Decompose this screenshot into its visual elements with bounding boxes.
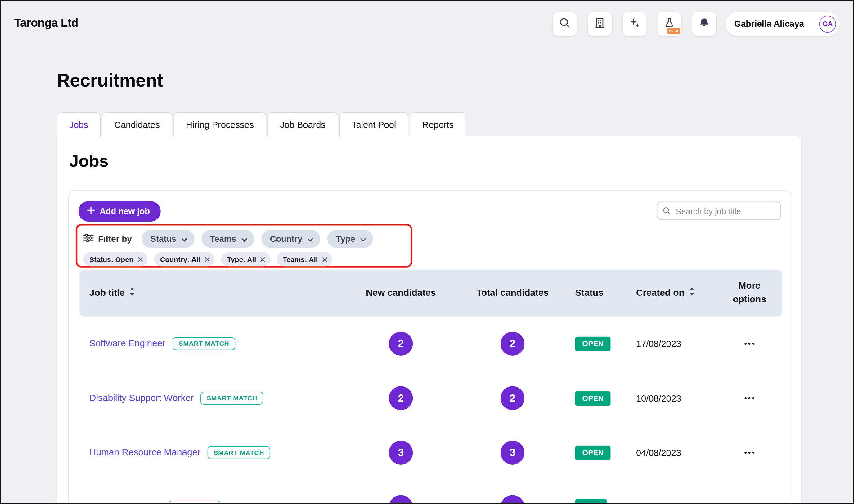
- new-candidates-count[interactable]: 2: [389, 332, 413, 356]
- more-options-button[interactable]: [742, 447, 757, 458]
- jobs-section-title: Jobs: [69, 151, 109, 171]
- filter-bar: Filter by Status Teams Country: [84, 230, 411, 248]
- company-icon: [594, 17, 606, 31]
- jobs-card: Add new job Filter by: [68, 190, 791, 504]
- company-name: Taronga Ltd: [14, 16, 78, 30]
- global-search-button[interactable]: [553, 12, 577, 36]
- created-on-date: 04/08/2023: [619, 448, 717, 458]
- smart-match-badge: SMART MATCH: [207, 446, 270, 459]
- chevron-down-icon: [181, 234, 187, 244]
- search-icon: [559, 17, 571, 31]
- beta-badge: BETA: [667, 28, 680, 34]
- tab-talent-pool[interactable]: Talent Pool: [339, 112, 409, 137]
- search-job-title-input[interactable]: [657, 201, 781, 220]
- column-total-candidates: Total candidates: [466, 288, 559, 299]
- job-title-link[interactable]: Disability Support Worker: [89, 393, 194, 403]
- chevron-down-icon: [241, 234, 247, 244]
- active-filter-chips: Status: Open Country: All Type: All Team…: [84, 252, 411, 267]
- close-icon[interactable]: [205, 255, 210, 263]
- table-row: Disability Support Worker SMART MATCH 2 …: [79, 371, 782, 426]
- jobs-panel: Jobs Add new job: [57, 136, 802, 504]
- total-candidates-count[interactable]: 3: [501, 441, 524, 465]
- column-job-title[interactable]: Job title: [79, 287, 335, 299]
- column-more-options: More options: [717, 280, 782, 306]
- plus-icon: [87, 206, 95, 216]
- chevron-down-icon: [307, 234, 313, 244]
- sort-icon[interactable]: [689, 287, 695, 299]
- tab-hiring-processes[interactable]: Hiring Processes: [174, 112, 267, 137]
- teams-filter-dropdown[interactable]: Teams: [201, 230, 254, 248]
- smart-match-badge: [168, 500, 220, 504]
- new-candidates-count[interactable]: 2: [389, 386, 413, 410]
- more-options-button[interactable]: [742, 393, 757, 403]
- user-menu[interactable]: Gabriella Alicaya GA: [726, 12, 840, 36]
- close-icon[interactable]: [322, 255, 327, 263]
- status-badge: OPEN: [575, 337, 611, 351]
- sort-icon[interactable]: [129, 287, 135, 299]
- table-row: Human Resource Manager SMART MATCH 3 3 O…: [79, 426, 782, 480]
- company-switcher-button[interactable]: [588, 12, 612, 36]
- close-icon[interactable]: [260, 255, 265, 263]
- notification-bell-icon: [698, 17, 710, 31]
- column-status: Status: [559, 288, 619, 299]
- table-row-partial: [79, 480, 782, 504]
- column-created-on[interactable]: Created on: [619, 287, 717, 299]
- filter-by-label: Filter by: [84, 233, 132, 244]
- total-candidates-count[interactable]: 2: [501, 386, 524, 410]
- country-filter-dropdown[interactable]: Country: [261, 230, 320, 248]
- smart-match-badge: SMART MATCH: [172, 337, 235, 350]
- table-row: Software Engineer SMART MATCH 2 2 OPEN 1…: [79, 317, 782, 371]
- new-candidates-count[interactable]: [389, 495, 413, 504]
- jobs-table-body: Software Engineer SMART MATCH 2 2 OPEN 1…: [79, 317, 782, 504]
- filter-chip-country-all[interactable]: Country: All: [154, 252, 215, 267]
- job-title-link[interactable]: Human Resource Manager: [89, 447, 200, 458]
- smart-match-badge: SMART MATCH: [201, 392, 264, 405]
- avatar: GA: [819, 16, 836, 32]
- filter-chip-type-all[interactable]: Type: All: [221, 252, 270, 267]
- job-title-link[interactable]: Software Engineer: [89, 338, 165, 349]
- total-candidates-count[interactable]: [501, 495, 524, 504]
- sliders-icon: [84, 233, 94, 244]
- filter-chip-status-open[interactable]: Status: Open: [84, 252, 148, 267]
- status-badge: OPEN: [575, 391, 611, 405]
- chevron-down-icon: [360, 234, 366, 244]
- tab-candidates[interactable]: Candidates: [102, 112, 172, 137]
- ai-assistant-button[interactable]: [622, 12, 647, 36]
- more-options-button[interactable]: [742, 338, 757, 349]
- user-name: Gabriella Alicaya: [734, 19, 804, 29]
- add-new-job-button[interactable]: Add new job: [78, 201, 161, 222]
- new-candidates-count[interactable]: 3: [389, 441, 413, 465]
- created-on-date: 10/08/2023: [619, 393, 717, 403]
- notifications-button[interactable]: [692, 12, 716, 36]
- tab-reports[interactable]: Reports: [410, 112, 466, 137]
- labs-beta-button[interactable]: BETA: [657, 12, 681, 36]
- created-on-date: 17/08/2023: [619, 339, 717, 349]
- filter-chip-teams-all[interactable]: Teams: All: [277, 252, 332, 267]
- app-window: Taronga Ltd BETA Gabriella Alicaya GA Re…: [0, 0, 854, 504]
- tab-bar: Jobs Candidates Hiring Processes Job Boa…: [57, 112, 467, 137]
- ai-sparkles-icon: [629, 17, 640, 31]
- page-title: Recruitment: [57, 70, 163, 91]
- jobs-table-header: Job title New candidates Total candidate…: [79, 270, 782, 317]
- tab-job-boards[interactable]: Job Boards: [268, 112, 338, 137]
- status-badge: OPEN: [575, 445, 611, 460]
- status-filter-dropdown[interactable]: Status: [142, 230, 194, 248]
- screenshot-stage: Taronga Ltd BETA Gabriella Alicaya GA Re…: [0, 0, 854, 504]
- filter-highlight-annotation: Filter by Status Teams Country: [76, 224, 413, 267]
- status-badge: [575, 499, 607, 504]
- column-new-candidates: New candidates: [335, 288, 466, 299]
- total-candidates-count[interactable]: 2: [501, 332, 524, 356]
- type-filter-dropdown[interactable]: Type: [327, 230, 373, 248]
- job-search: [657, 201, 781, 220]
- add-new-job-label: Add new job: [99, 206, 150, 216]
- close-icon[interactable]: [138, 255, 143, 263]
- tab-jobs[interactable]: Jobs: [57, 112, 101, 137]
